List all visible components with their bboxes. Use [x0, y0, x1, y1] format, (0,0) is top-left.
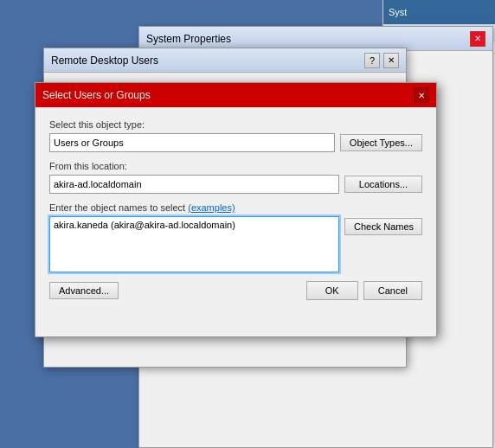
location-label: From this location: — [49, 161, 422, 171]
select-users-cancel-button[interactable]: Cancel — [363, 281, 422, 300]
remote-desktop-close-button[interactable]: ✕ — [383, 53, 399, 68]
select-users-ok-button[interactable]: OK — [306, 281, 358, 300]
system-properties-title: System Properties — [146, 33, 231, 45]
select-users-ok-cancel: OK Cancel — [306, 281, 422, 300]
system-properties-close-button[interactable]: ✕ — [470, 31, 485, 47]
object-type-row: Object Types... — [49, 133, 422, 152]
examples-link[interactable]: (examples) — [188, 202, 235, 213]
select-users-bottom: Advanced... OK Cancel — [49, 281, 422, 300]
check-names-button[interactable]: Check Names — [344, 218, 422, 235]
select-users-title: Select Users or Groups — [42, 89, 151, 101]
select-users-titlebar: Select Users or Groups ✕ — [35, 83, 436, 107]
location-row: Locations... — [49, 175, 422, 194]
advanced-button[interactable]: Advanced... — [49, 282, 119, 299]
object-types-button[interactable]: Object Types... — [340, 134, 422, 151]
object-type-label: Select this object type: — [49, 119, 422, 130]
object-names-row: Check Names — [49, 216, 422, 272]
object-names-label: Enter the object names to select (exampl… — [49, 202, 422, 213]
locations-button[interactable]: Locations... — [344, 176, 422, 193]
remote-desktop-title: Remote Desktop Users — [51, 54, 158, 67]
object-names-textarea[interactable] — [49, 216, 339, 272]
remote-titlebar-buttons: ? ✕ — [364, 53, 399, 68]
remote-desktop-help-button[interactable]: ? — [364, 53, 380, 68]
location-input[interactable] — [49, 175, 339, 194]
select-users-dialog: Select Users or Groups ✕ Select this obj… — [35, 82, 437, 337]
system-info-header-text: Syst — [389, 7, 407, 17]
select-users-close-button[interactable]: ✕ — [414, 87, 429, 103]
system-info-header: Syst — [383, 0, 495, 24]
object-type-input[interactable] — [49, 133, 335, 152]
remote-desktop-titlebar: Remote Desktop Users ? ✕ — [44, 48, 406, 73]
select-users-content: Select this object type: Object Types...… — [35, 107, 436, 312]
